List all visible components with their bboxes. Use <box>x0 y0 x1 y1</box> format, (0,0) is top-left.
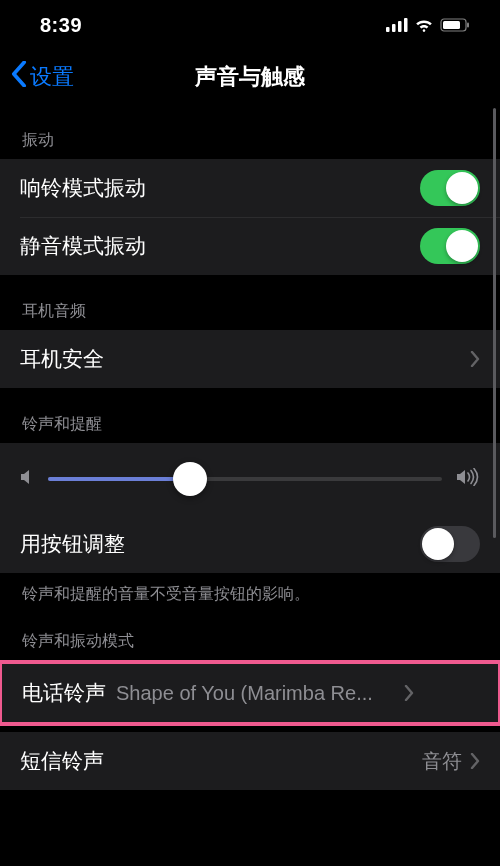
status-time: 8:39 <box>40 14 82 37</box>
battery-icon <box>440 18 470 32</box>
row-change-with-buttons[interactable]: 用按钮调整 <box>0 515 500 573</box>
nav-bar: 设置 声音与触感 <box>0 50 500 104</box>
toggle-knob <box>446 172 478 204</box>
row-value: 音符 <box>422 748 462 775</box>
toggle-knob <box>446 230 478 262</box>
scroll-indicator[interactable] <box>493 108 496 538</box>
section-footer-ringer: 铃声和提醒的音量不受音量按钮的影响。 <box>0 573 500 605</box>
section-header-patterns: 铃声和振动模式 <box>0 605 500 660</box>
toggle-change-with-buttons[interactable] <box>420 526 480 562</box>
row-label: 用按钮调整 <box>20 530 420 558</box>
section-header-headphone: 耳机音频 <box>0 275 500 330</box>
back-button[interactable]: 设置 <box>10 61 74 93</box>
volume-slider[interactable] <box>48 461 442 497</box>
row-text-tone[interactable]: 短信铃声 音符 <box>0 732 500 790</box>
row-vibrate-on-ring[interactable]: 响铃模式振动 <box>0 159 500 217</box>
chevron-right-icon <box>404 685 414 701</box>
svg-rect-1 <box>392 24 396 32</box>
volume-high-icon <box>456 468 480 490</box>
group-headphone: 耳机安全 <box>0 330 500 388</box>
status-indicators <box>386 18 470 32</box>
page-title: 声音与触感 <box>0 62 500 92</box>
svg-rect-5 <box>443 21 460 29</box>
svg-rect-3 <box>404 18 408 32</box>
row-volume-slider <box>0 443 500 515</box>
row-value: Shape of You (Marimba Re... <box>116 682 396 705</box>
back-label: 设置 <box>30 62 74 92</box>
group-ringer: 用按钮调整 <box>0 443 500 573</box>
row-ringtone[interactable]: 电话铃声 Shape of You (Marimba Re... <box>2 664 498 722</box>
section-header-ringer: 铃声和提醒 <box>0 388 500 443</box>
row-label: 静音模式振动 <box>20 232 420 260</box>
group-patterns-rest: 短信铃声 音符 <box>0 732 500 790</box>
svg-rect-0 <box>386 27 390 32</box>
chevron-right-icon <box>470 351 480 367</box>
cellular-icon <box>386 18 408 32</box>
toggle-vibrate-on-silent[interactable] <box>420 228 480 264</box>
row-label: 电话铃声 <box>22 679 106 707</box>
section-header-vibration: 振动 <box>0 104 500 159</box>
slider-track-fill <box>48 477 190 481</box>
row-label: 短信铃声 <box>20 747 422 775</box>
row-headphone-safety[interactable]: 耳机安全 <box>0 330 500 388</box>
highlight-annotation: 电话铃声 Shape of You (Marimba Re... <box>0 660 500 726</box>
settings-scroll[interactable]: 振动 响铃模式振动 静音模式振动 耳机音频 耳机安全 铃声和提醒 <box>0 104 500 866</box>
svg-rect-2 <box>398 21 402 32</box>
wifi-icon <box>414 18 434 32</box>
row-label: 响铃模式振动 <box>20 174 420 202</box>
row-vibrate-on-silent[interactable]: 静音模式振动 <box>0 217 500 275</box>
group-vibration: 响铃模式振动 静音模式振动 <box>0 159 500 275</box>
chevron-left-icon <box>10 61 28 93</box>
slider-knob[interactable] <box>173 462 207 496</box>
row-label: 耳机安全 <box>20 345 462 373</box>
status-bar: 8:39 <box>0 0 500 50</box>
svg-rect-6 <box>467 23 469 28</box>
toggle-vibrate-on-ring[interactable] <box>420 170 480 206</box>
toggle-knob <box>422 528 454 560</box>
chevron-right-icon <box>470 753 480 769</box>
volume-low-icon <box>20 468 34 490</box>
